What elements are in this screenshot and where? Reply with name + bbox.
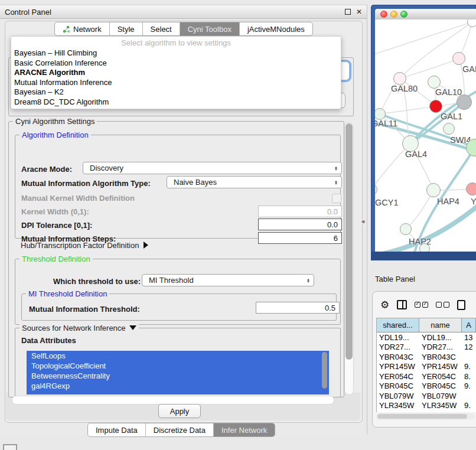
column-header-shared-name[interactable]: shared... [377,318,419,332]
stepper-icon: ▲▼ [303,278,314,283]
settings-scrollbar-thumb[interactable] [345,123,353,360]
dropdown-item[interactable]: Bayesian – Hill Climbing [11,48,341,58]
kernel-width-label: Kernel Width (0,1): [21,207,89,216]
tab-cyni-toolbox[interactable]: Cyni Toolbox [180,22,240,35]
tab-network[interactable]: Network [55,22,110,35]
network-node-label: GCY1 [375,198,399,207]
hub-definition-section[interactable]: Hub/Transcription Factor Definition [21,241,148,250]
settings-hscrollbar[interactable] [12,396,334,405]
new-document-icon[interactable] [457,300,465,310]
float-window-icon[interactable] [345,9,351,15]
cyni-algorithm-settings-group: Cyni Algorithm Settings Algorithm Defini… [8,121,344,397]
collapse-down-icon[interactable] [129,325,136,330]
table-row[interactable]: YLR345W YLR345W 9. [377,401,476,411]
stepper-icon: ▲▼ [331,166,341,171]
network-window-titlebar[interactable] [375,9,476,19]
network-node-label: GAL10 [435,87,462,97]
algorithm-dropdown-popup: Select algorithm to view settings Bayesi… [11,36,341,109]
tab-select[interactable]: Select [143,22,180,35]
dropdown-item-list: Bayesian – Hill Climbing Basic Correlati… [11,48,341,107]
network-node-hap2[interactable] [400,223,412,235]
settings-group-title: Cyni Algorithm Settings [13,117,97,126]
network-node-label: GAL4 [405,149,427,159]
tab-network-label: Network [73,25,102,34]
sources-group-title: Sources for Network Inference [19,324,139,332]
kernel-width-input[interactable]: 0.0 [258,206,342,217]
mutual-info-threshold-input[interactable]: 0.5 [256,302,340,314]
tab-style[interactable]: Style [110,22,143,35]
table-row[interactable]: YBR043C YBR043C [377,352,476,362]
data-attributes-list[interactable]: SelfLoops TopologicalCoefficient Between… [27,351,329,394]
network-tab-icon [63,25,70,33]
dropdown-item[interactable]: ARACNE Algorithm [11,68,341,78]
tab-infer-network[interactable]: Infer Network [214,423,275,436]
bottom-grip-icon[interactable] [3,444,17,450]
table-row[interactable]: YBL079W YBL079W [377,391,476,401]
control-panel-tabs: Network Style Select Cyni Toolbox jActiv… [54,22,313,36]
close-icon[interactable]: ✕ [356,8,362,15]
control-panel: Control Panel ✕ Network Style Select Cyn… [0,5,367,434]
aracne-mode-combo[interactable]: Discovery ▲▼ [83,162,342,174]
table-row[interactable]: YER054C YER054C 8. [377,371,476,381]
mi-algorithm-type-combo[interactable]: Naive Bayes ▲▼ [167,176,342,188]
manual-kernel-checkbox[interactable] [332,194,341,203]
dropdown-placeholder: Select algorithm to view settings [11,38,341,48]
dropdown-item[interactable]: Bayesian – K2 [11,87,341,97]
select-all-checked-icon[interactable] [415,302,428,308]
attribute-list-item[interactable]: TopologicalCoefficient [27,361,329,371]
stepper-icon: ▲▼ [331,180,341,185]
dpi-tolerance-input[interactable]: 0.0 [258,219,342,230]
which-threshold-combo[interactable]: MI Threshold ▲▼ [142,274,314,286]
table-row[interactable]: YDL19... YDL19... 13 [377,332,476,343]
apply-button[interactable]: Apply [158,404,201,418]
network-node[interactable] [457,94,472,110]
network-node-gal10[interactable] [428,76,441,89]
dropdown-item[interactable]: Basic Correlation Inference [11,58,341,69]
expand-right-icon[interactable] [144,242,148,249]
network-node[interactable] [419,243,430,252]
attr-items: SelfLoops TopologicalCoefficient Between… [27,351,329,391]
network-node-gal[interactable] [452,52,465,65]
network-node-y[interactable] [466,182,476,195]
table-header-row: shared... name A [377,318,476,332]
column-header-name[interactable]: name [419,318,462,332]
threshold-definition-title: Threshold Definition [19,255,93,263]
network-node-label: HAP4 [437,197,459,206]
network-node-gal80[interactable] [393,72,406,85]
split-columns-icon[interactable] [397,300,407,309]
node-attribute-table: shared... name A YDL19... YDL19... 13 YD… [376,318,476,412]
attribute-list-item[interactable]: gal4RGexp [27,381,329,391]
table-body: YDL19... YDL19... 13 YDR27... YDR27... 1… [377,332,476,412]
settings-gear-icon[interactable]: ⚙ [380,299,389,311]
attribute-list-item[interactable]: SelfLoops [27,351,329,361]
attribute-list-item[interactable]: BetweennessCentrality [27,371,329,381]
table-row[interactable]: YDR27... YDR27... 12 [377,343,476,353]
tab-jactivemnodules[interactable]: jActiveMNodules [240,22,312,35]
deselect-all-icon[interactable] [436,302,449,308]
network-window-bottom-frame [371,252,476,260]
zoom-traffic-light-icon[interactable] [400,11,407,18]
column-header-partial[interactable]: A [462,318,476,332]
which-threshold-label: Which threshold to use: [53,277,141,286]
table-row[interactable]: YPR145W YPR145W 9. [377,362,476,372]
attr-list-scrollbar[interactable] [322,352,327,389]
close-traffic-light-icon[interactable] [380,11,387,18]
table-hscrollbar-thumb[interactable] [377,414,467,419]
dropdown-item[interactable]: Mutual Information Inference [11,78,341,88]
network-node-gal1[interactable] [429,100,442,113]
mi-algorithm-type-label: Mutual Information Algorithm Type: [21,179,151,188]
network-node-label: GAL1 [441,112,462,121]
table-row[interactable]: YIL053C YIL053C 9 [377,410,476,412]
tab-impute-data[interactable]: Impute Data [88,423,146,436]
mi-steps-input[interactable]: 6 [258,232,342,244]
network-canvas[interactable]: GALGAL80GAL10GAL1GAL11SWI4GAL4YHAP4GCY1H… [375,19,476,252]
table-toolbar: ⚙ [380,297,475,312]
network-node-hap4[interactable] [426,183,441,197]
control-panel-title: Control Panel [5,8,51,17]
network-node-swi4[interactable] [443,123,455,135]
minimize-traffic-light-icon[interactable] [390,11,397,18]
dropdown-item[interactable]: Dream8 DC_TDC Algorithm [11,97,341,107]
mutual-info-threshold-label: Mutual Information Threshold: [29,305,140,314]
table-row[interactable]: YBR045C YBR045C 9. [377,381,476,392]
tab-discretize-data[interactable]: Discretize Data [146,423,214,436]
